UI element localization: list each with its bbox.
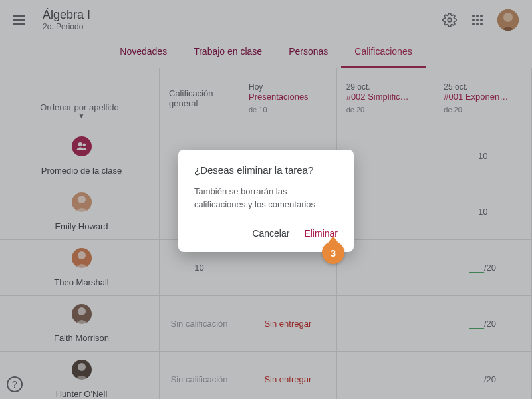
delete-dialog: ¿Deseas eliminar la tarea? También se bo… [178, 150, 354, 252]
dialog-body: También se borrarán las calificaciones y… [194, 185, 338, 211]
step-callout-3: 3 [322, 241, 344, 264]
cancel-button[interactable]: Cancelar [252, 224, 289, 243]
modal-overlay: ¿Deseas eliminar la tarea? También se bo… [0, 0, 532, 399]
dialog-title: ¿Deseas eliminar la tarea? [194, 164, 338, 176]
